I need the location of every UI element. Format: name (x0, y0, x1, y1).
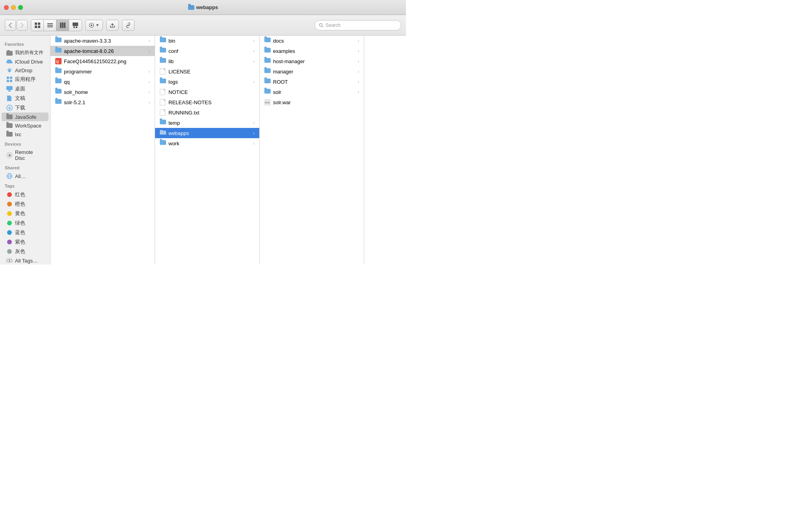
maximize-button[interactable] (18, 5, 23, 10)
sidebar-item-downloads[interactable]: 下载 (2, 103, 49, 113)
svg-point-32 (9, 259, 12, 262)
list-item[interactable]: conf › (155, 46, 259, 56)
nav-buttons (5, 20, 28, 31)
sidebar-item-all-shared[interactable]: All… (2, 172, 49, 180)
list-item[interactable]: webapps › (155, 128, 259, 138)
folder-icon (264, 79, 271, 85)
sidebar-item-apps[interactable]: 应用程序 (2, 75, 49, 84)
war-file-icon: WAR (264, 99, 271, 105)
list-item[interactable]: RUNNING.txt (155, 107, 259, 118)
list-item[interactable]: temp › (155, 118, 259, 128)
downloads-label: 下载 (15, 104, 25, 111)
javasafe-label: JavaSofe (15, 114, 36, 120)
sidebar-item-icloud[interactable]: iCloud Drive (2, 57, 49, 66)
file-name: manager (273, 69, 355, 75)
file-name: apache-maven-3.3.3 (64, 38, 146, 44)
list-item[interactable]: programmer › (51, 66, 155, 77)
airdrop-icon (6, 67, 13, 73)
icloud-label: iCloud Drive (15, 59, 43, 65)
all-shared-label: All… (15, 173, 26, 179)
list-item[interactable]: bin › (155, 36, 259, 46)
folder-icon (160, 140, 166, 146)
list-item[interactable]: apache-tomcat-8.0.26 › (51, 46, 155, 56)
list-item[interactable]: examples › (260, 46, 364, 56)
folder-icon (264, 58, 271, 64)
sidebar-item-tag-green[interactable]: 绿色 (2, 218, 49, 228)
list-item[interactable]: RELEASE-NOTES (155, 97, 259, 107)
image-icon: Q (55, 58, 62, 64)
view-cover-button[interactable] (69, 20, 82, 31)
list-item[interactable]: apache-maven-3.3.3 › (51, 36, 155, 46)
tags-header: Tags (0, 180, 50, 190)
sidebar-item-tag-purple[interactable]: 紫色 (2, 237, 49, 247)
list-item[interactable]: logs › (155, 77, 259, 87)
tag-gray-label: 灰色 (15, 248, 25, 255)
doc-icon (160, 89, 166, 95)
svg-rect-24 (6, 86, 13, 90)
list-item[interactable]: host-manager › (260, 56, 364, 66)
svg-line-16 (322, 26, 323, 27)
file-name: qq (64, 79, 146, 85)
chevron-right-icon: › (149, 90, 150, 94)
window-title: webapps (188, 4, 218, 10)
svg-rect-8 (62, 23, 64, 28)
close-button[interactable] (4, 5, 9, 10)
svg-rect-1 (38, 23, 40, 25)
sidebar-item-tag-yellow[interactable]: 黄色 (2, 209, 49, 218)
sidebar-item-tag-orange[interactable]: 橙色 (2, 199, 49, 209)
sidebar-item-desktop[interactable]: 桌面 (2, 84, 49, 94)
svg-rect-35 (160, 131, 166, 135)
view-column-button[interactable] (56, 20, 69, 31)
sidebar-item-remote-disc[interactable]: Remote Disc (2, 148, 49, 162)
sidebar-item-tag-gray[interactable]: 灰色 (2, 247, 49, 256)
minimize-button[interactable] (11, 5, 16, 10)
list-item[interactable]: qq › (51, 77, 155, 87)
list-item[interactable]: WAR solr.war (260, 97, 364, 107)
sidebar-item-javasafe[interactable]: JavaSofe (2, 113, 49, 121)
svg-point-14 (91, 24, 92, 26)
workspace-label: WorkSpace (15, 123, 41, 129)
sidebar-item-workspace[interactable]: WorkSpace (2, 121, 49, 130)
sidebar-item-lxc[interactable]: lxc (2, 130, 49, 139)
back-button[interactable] (5, 20, 16, 31)
view-icon-button[interactable] (31, 20, 44, 31)
list-item[interactable]: work › (155, 138, 259, 148)
svg-rect-26 (8, 91, 11, 92)
list-item[interactable]: solr › (260, 87, 364, 97)
list-item[interactable]: docs › (260, 36, 364, 46)
list-item[interactable]: solr-5.2.1 › (51, 97, 155, 107)
tag-red-label: 红色 (15, 191, 25, 198)
list-item[interactable]: ROOT › (260, 77, 364, 87)
tag-red-dot (6, 191, 13, 198)
sidebar-item-all-tags[interactable]: All Tags… (2, 256, 49, 264)
file-name: webapps (168, 130, 251, 136)
list-item[interactable]: LICENSE (155, 66, 259, 77)
sidebar-item-all-files[interactable]: 我的所有文件 (2, 48, 49, 57)
file-name: solr (273, 89, 355, 95)
sidebar-item-tag-red[interactable]: 红色 (2, 190, 49, 199)
sidebar-item-airdrop[interactable]: AirDrop (2, 66, 49, 75)
action-button[interactable]: ▼ (85, 20, 103, 31)
sidebar-item-tag-blue[interactable]: 蓝色 (2, 228, 49, 237)
search-box[interactable]: Search (314, 20, 401, 30)
svg-rect-0 (35, 23, 37, 25)
chevron-right-icon: › (149, 39, 150, 43)
tag-yellow-label: 黄色 (15, 210, 25, 217)
list-item[interactable]: Q FaceQ1445612150222.png (51, 56, 155, 66)
list-item[interactable]: manager › (260, 66, 364, 77)
list-item[interactable]: lib › (155, 56, 259, 66)
list-item[interactable]: NOTICE (155, 87, 259, 97)
share-button[interactable] (106, 20, 119, 31)
sidebar-item-documents[interactable]: 文稿 (2, 94, 49, 103)
file-name: FaceQ1445612150222.png (64, 58, 150, 64)
forward-button[interactable] (17, 20, 28, 31)
list-item[interactable]: solr_home › (51, 87, 155, 97)
link-button[interactable] (122, 20, 135, 31)
toolbar: ▼ Search (0, 15, 406, 36)
svg-rect-20 (7, 77, 9, 79)
view-list-button[interactable] (44, 20, 56, 31)
airdrop-label: AirDrop (15, 68, 32, 73)
workspace-folder-icon (6, 122, 13, 129)
svg-rect-23 (10, 80, 12, 82)
folder-icon (55, 38, 62, 44)
